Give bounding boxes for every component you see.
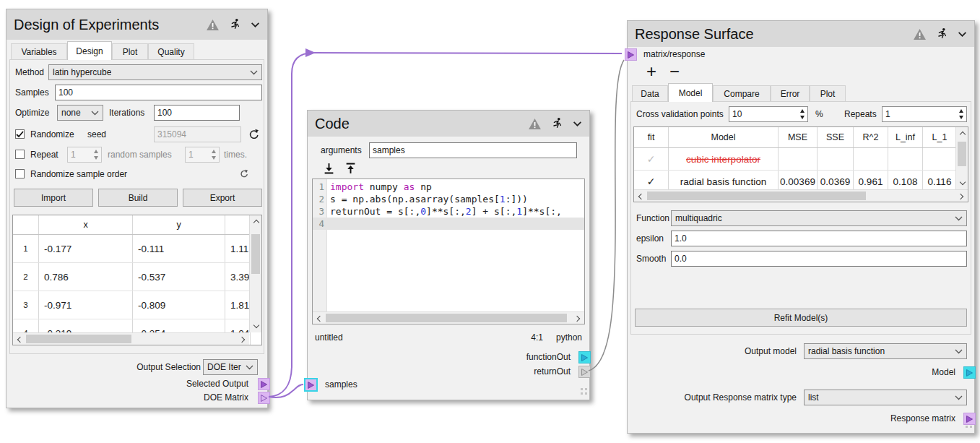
- samples-input-port[interactable]: [304, 378, 318, 392]
- download-code-icon[interactable]: [324, 163, 334, 174]
- tab-plot[interactable]: Plot: [810, 85, 846, 102]
- doe-value-cell[interactable]: 0.786: [39, 263, 133, 291]
- tab-quality[interactable]: Quality: [148, 43, 194, 60]
- model-value-cell[interactable]: [779, 148, 818, 170]
- doe-value-cell[interactable]: -0.809: [133, 291, 225, 319]
- model-value-cell[interactable]: [923, 148, 957, 170]
- scroll-down-button[interactable]: [250, 320, 262, 332]
- arguments-input[interactable]: samples: [369, 142, 577, 158]
- repeats-spinner[interactable]: 1: [882, 106, 967, 122]
- doe-value-cell[interactable]: -0.111: [133, 235, 225, 262]
- doe-value-cell[interactable]: 3.39: [225, 263, 251, 291]
- tab-data[interactable]: Data: [632, 85, 668, 102]
- refresh-order-icon[interactable]: [240, 169, 248, 178]
- method-dropdown[interactable]: latin hypercube: [48, 64, 262, 80]
- collapse-chevron-icon[interactable]: [573, 121, 582, 127]
- response-titlebar[interactable]: Response Surface: [628, 21, 974, 47]
- cross-validation-spinner[interactable]: 10: [729, 106, 808, 122]
- model-column-header[interactable]: L_1: [923, 127, 957, 147]
- code-editor[interactable]: 1import numpy as np2s = np.abs(np.asarra…: [312, 179, 585, 324]
- doe-column-header[interactable]: x: [39, 215, 133, 234]
- doe-table-row[interactable]: 1-0.177-0.1111.11: [13, 235, 261, 263]
- run-icon[interactable]: [937, 27, 948, 40]
- build-button[interactable]: Build: [98, 189, 178, 207]
- function-dropdown[interactable]: multiquadric: [671, 210, 967, 226]
- doe-node-panel[interactable]: Design of Experiments Variables Design P…: [6, 9, 268, 408]
- code-titlebar[interactable]: Code: [308, 111, 589, 137]
- tab-plot[interactable]: Plot: [112, 43, 148, 60]
- iterations-input[interactable]: 100: [154, 105, 240, 121]
- wire-returnout-to-matrix-response[interactable]: [589, 60, 624, 371]
- tab-error[interactable]: Error: [771, 85, 810, 102]
- seed-input[interactable]: 315094: [154, 126, 241, 142]
- doe-titlebar[interactable]: Design of Experiments: [6, 9, 267, 40]
- doe-value-cell[interactable]: 1.11: [225, 235, 251, 262]
- doe-table-vscrollbar[interactable]: [249, 215, 261, 332]
- editor-hscrollbar[interactable]: [313, 311, 584, 324]
- upload-code-icon[interactable]: [345, 163, 356, 174]
- doe-sample-table[interactable]: xy 1-0.177-0.1111.1120.786-0.5373.393-0.…: [12, 215, 262, 345]
- doe-column-header[interactable]: y: [133, 215, 225, 234]
- scrollbar-thumb[interactable]: [958, 142, 966, 166]
- fit-check-cell[interactable]: ✓: [634, 148, 669, 170]
- refit-models-button[interactable]: Refit Model(s): [635, 309, 967, 327]
- warning-icon[interactable]: [206, 19, 220, 31]
- import-button[interactable]: Import: [14, 189, 93, 207]
- scrollbar-thumb[interactable]: [251, 234, 260, 274]
- model-table-hscrollbar[interactable]: [634, 189, 968, 202]
- remove-response-button[interactable]: −: [669, 63, 680, 80]
- model-output-port[interactable]: [963, 366, 976, 379]
- output-model-dropdown[interactable]: radial basis function: [804, 343, 967, 359]
- spinner-arrows[interactable]: [797, 107, 807, 121]
- doe-column-header[interactable]: [225, 215, 251, 234]
- scroll-up-button[interactable]: [956, 127, 968, 139]
- scroll-right-button[interactable]: [572, 312, 584, 324]
- scroll-left-button[interactable]: [13, 333, 25, 345]
- refresh-seed-icon[interactable]: [248, 129, 259, 139]
- tab-variables[interactable]: Variables: [11, 43, 67, 60]
- response-matrix-output-port[interactable]: [963, 413, 976, 425]
- smooth-input[interactable]: 0.0: [671, 251, 967, 267]
- scroll-left-button[interactable]: [634, 190, 646, 202]
- repeat-count-spinner[interactable]: 1: [67, 147, 102, 163]
- doe-value-cell[interactable]: -0.177: [39, 235, 133, 262]
- model-table-row[interactable]: ✓cubic interpolator: [634, 148, 968, 171]
- doe-table-hscrollbar[interactable]: [13, 332, 249, 345]
- wire-doe-matrix-to-samples[interactable]: [269, 384, 303, 397]
- functionout-port[interactable]: [578, 351, 591, 364]
- model-column-header[interactable]: R^2: [854, 127, 888, 147]
- collapse-chevron-icon[interactable]: [958, 31, 967, 38]
- repeat-checkbox[interactable]: [15, 150, 25, 159]
- scroll-up-button[interactable]: [250, 215, 262, 228]
- model-column-header[interactable]: MSE: [779, 127, 818, 147]
- matrix-response-input-port[interactable]: [625, 48, 637, 61]
- doe-value-cell[interactable]: -0.537: [133, 263, 225, 291]
- code-line[interactable]: 3returnOut = s[:,0]**s[:,2] + s[:,1]**s[…: [313, 205, 584, 218]
- resize-grip[interactable]: [581, 384, 587, 397]
- code-line[interactable]: 2s = np.abs(np.asarray(samples[1:])): [313, 193, 584, 205]
- row-index-cell[interactable]: 1: [13, 235, 39, 262]
- add-response-button[interactable]: +: [646, 63, 656, 80]
- run-icon[interactable]: [552, 117, 563, 130]
- tab-compare[interactable]: Compare: [713, 85, 771, 102]
- randomize-checkbox[interactable]: [15, 129, 25, 139]
- spinner-arrows[interactable]: [209, 147, 219, 162]
- returnout-port[interactable]: [578, 366, 591, 378]
- scrollbar-thumb[interactable]: [647, 192, 866, 200]
- tab-model[interactable]: Model: [668, 83, 713, 102]
- doe-matrix-port[interactable]: [258, 392, 270, 404]
- warning-icon[interactable]: [913, 28, 927, 40]
- epsilon-input[interactable]: 1.0: [671, 231, 967, 246]
- code-line[interactable]: 1import numpy as np: [313, 181, 584, 193]
- optimize-dropdown[interactable]: none: [57, 105, 103, 121]
- doe-table-row[interactable]: 20.786-0.5373.39: [13, 263, 261, 291]
- model-value-cell[interactable]: [818, 148, 854, 170]
- randomize-order-checkbox[interactable]: [15, 169, 25, 179]
- model-table[interactable]: fitModelMSESSER^2L_infL_1 ✓cubic interpo…: [633, 126, 968, 202]
- spinner-arrows[interactable]: [91, 147, 101, 162]
- scroll-right-button[interactable]: [237, 333, 249, 345]
- row-index-cell[interactable]: 3: [13, 291, 39, 319]
- collapse-chevron-icon[interactable]: [251, 22, 260, 28]
- scrollbar-thumb[interactable]: [326, 314, 567, 322]
- spinner-arrows[interactable]: [956, 107, 966, 121]
